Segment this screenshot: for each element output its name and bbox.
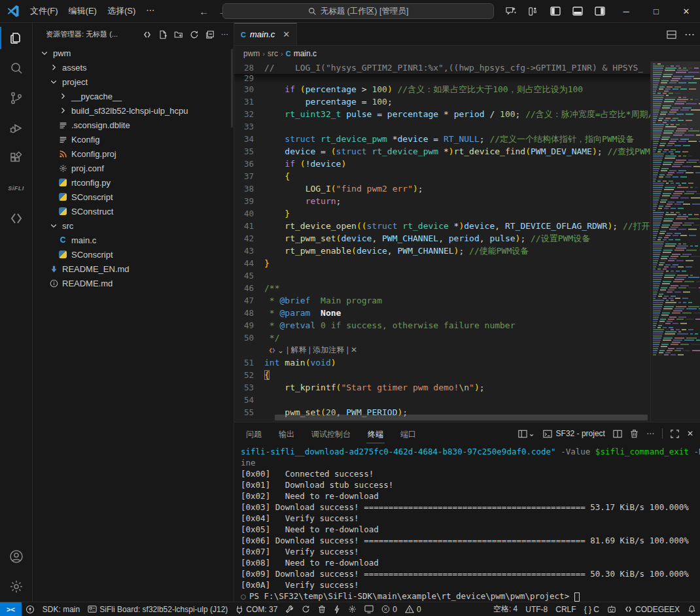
panel-tab-端口[interactable]: 端口 (399, 426, 417, 443)
code-editor[interactable]: 28// LOG_I("hysys_GPTIM2_PINR1:%x",((hwp… (234, 61, 700, 422)
nav-back-icon[interactable]: ← (199, 6, 209, 17)
breadcrumb[interactable]: pwm› src› C main.c (234, 46, 700, 61)
sifli-extension-icon[interactable]: SiFLI (0, 173, 33, 203)
status-cloud-icon[interactable] (22, 602, 39, 616)
status-sync-icon[interactable] (298, 602, 314, 616)
breadcrumb-pwm[interactable]: pwm (243, 49, 260, 58)
split-editor-icon[interactable] (667, 30, 676, 39)
customize-layout-icon[interactable] (523, 3, 543, 20)
status-utf-8[interactable]: UTF-8 (521, 602, 551, 616)
menu-编辑(E)[interactable]: 编辑(E) (63, 3, 102, 19)
tree-item-rtconfig.py[interactable]: rtconfig.py (33, 175, 234, 190)
status-trash-icon[interactable] (314, 602, 330, 616)
horizontal-scrollbar[interactable] (275, 415, 648, 420)
code-line-53: 53 rt_kprintf("Start gtimer pwm demo!\n"… (234, 381, 650, 394)
tree-item-__pycache__[interactable]: __pycache__ (33, 89, 234, 103)
tree-item-README.md[interactable]: README.md (33, 276, 234, 290)
status-crlf[interactable]: CRLF (551, 602, 580, 616)
tree-item-.sconsign.dblite[interactable]: .sconsign.dblite (33, 118, 234, 132)
refresh-icon[interactable] (190, 30, 199, 39)
status-wrench-icon[interactable] (281, 602, 298, 616)
tree-item-SConscript[interactable]: SConscript (33, 190, 234, 204)
tree-item-Kconfig[interactable]: Kconfig (33, 132, 234, 146)
minimap[interactable] (650, 61, 700, 422)
panel-tab-输出[interactable]: 输出 (277, 426, 296, 443)
sidebar-scrollbar[interactable] (231, 49, 233, 128)
account-icon[interactable] (0, 541, 33, 572)
collapse-folders-icon[interactable] (205, 30, 215, 39)
status-sifliboardsf32lb52-lchspi-ulp(j12)[interactable]: SiFli Board: sf32lb52-lchspi-ulp (J12) (84, 602, 232, 616)
run-debug-icon[interactable] (0, 113, 33, 143)
explorer-icon[interactable] (0, 23, 33, 53)
tab-close-icon[interactable]: ✕ (283, 29, 290, 39)
tree-item-pwm[interactable]: pwm (33, 46, 234, 60)
status-0[interactable]: 0 (401, 602, 425, 616)
new-folder-icon[interactable] (174, 30, 183, 39)
command-decoration-icon[interactable] (241, 594, 246, 600)
status-空格4[interactable]: 空格: 4 (489, 602, 521, 616)
status-gear-icon[interactable] (344, 602, 360, 616)
maximize-panel-icon[interactable] (671, 430, 679, 438)
tree-item-build_sf32lb52-lchspi-ulp_hcpu[interactable]: build_sf32lb52-lchspi-ulp_hcpu (33, 103, 234, 118)
tree-item-Kconfig.proj[interactable]: Kconfig.proj (33, 146, 234, 161)
tree-item-project[interactable]: project (33, 75, 234, 89)
tree-item-main.c[interactable]: Cmain.c (33, 233, 234, 247)
status-com37[interactable]: COM: 37 (232, 602, 281, 616)
settings-gear-icon[interactable] (0, 572, 33, 602)
status-codegeex[interactable]: CODEGEEX (620, 602, 684, 616)
menu-选择(S)[interactable]: 选择(S) (102, 3, 141, 19)
status-monitor-icon[interactable] (360, 602, 377, 616)
status-bell-icon[interactable] (684, 602, 700, 616)
close-button[interactable]: ✕ (673, 0, 700, 22)
launch-profile-icon[interactable]: ⌄ (518, 429, 535, 438)
extensions-icon[interactable] (0, 143, 33, 173)
widget-chevron-icon[interactable]: ⌄ (277, 346, 284, 355)
status-0[interactable]: 0 (377, 602, 401, 616)
source-control-icon[interactable] (0, 83, 33, 113)
status-c[interactable]: { } C (580, 602, 603, 616)
split-terminal-icon[interactable] (613, 430, 622, 438)
board-icon (88, 605, 97, 613)
search-icon[interactable] (0, 53, 33, 83)
breadcrumb-file[interactable]: main.c (294, 49, 317, 58)
tree-item-src[interactable]: src (33, 218, 234, 233)
maximize-button[interactable]: □ (642, 0, 670, 22)
code-line-33: 33 (234, 120, 650, 133)
trash-icon (318, 605, 326, 613)
new-file-icon[interactable] (158, 30, 167, 39)
more-actions-icon[interactable]: ⋯ (221, 30, 228, 39)
tree-item-assets[interactable]: assets (33, 60, 234, 75)
toggle-secondary-sidebar-icon[interactable] (590, 3, 610, 20)
codegeex-icon[interactable] (0, 203, 33, 233)
status-robot-icon[interactable] (603, 602, 620, 616)
toggle-panel-icon[interactable] (568, 3, 587, 20)
editor-more-actions-icon[interactable]: ⋯ (684, 28, 695, 41)
panel-tab-调试控制台[interactable]: 调试控制台 (310, 426, 352, 443)
codegeex-inline-widget[interactable]: ⌄| 解释 | 添加注释 | ✕ (234, 344, 650, 356)
tree-item-SConscript[interactable]: SConscript (33, 247, 234, 262)
breadcrumb-src[interactable]: src (268, 49, 278, 58)
panel-more-actions-icon[interactable]: ⋯ (646, 429, 654, 438)
menu-⋯[interactable]: ⋯ (141, 3, 160, 19)
panel-tab-终端[interactable]: 终端 (366, 426, 385, 443)
status-zap-icon[interactable] (330, 602, 344, 616)
toggle-sidebar-icon[interactable] (546, 3, 565, 20)
tree-item-README_EN.md[interactable]: README_EN.md (33, 262, 234, 276)
minimize-button[interactable]: ─ (612, 0, 640, 22)
c-file-icon: C (241, 31, 246, 39)
widget-actions[interactable]: | 解释 | 添加注释 | ✕ (287, 345, 357, 356)
tree-item-SConstruct[interactable]: SConstruct (33, 204, 234, 218)
status-sdkmain[interactable]: SDK: main (39, 602, 84, 616)
tab-main-c[interactable]: C main.c ✕ (234, 23, 297, 45)
command-center[interactable]: 无标题 (工作区) [管理员] (222, 3, 494, 19)
menu-文件(F)[interactable]: 文件(F) (25, 3, 63, 19)
terminal-instance-selector[interactable]: SF32 - project (543, 429, 605, 438)
kill-terminal-icon[interactable] (630, 429, 639, 438)
terminal[interactable]: sifli-sifli__download-ad275fc0-462d-4684… (234, 445, 700, 602)
tree-item-proj.conf[interactable]: proj.conf (33, 161, 234, 175)
close-panel-icon[interactable]: ✕ (687, 429, 693, 438)
copilot-chat-icon[interactable] (501, 3, 521, 20)
codegeex-action-icon[interactable] (143, 30, 152, 39)
panel-tab-问题[interactable]: 问题 (245, 426, 263, 443)
remote-indicator[interactable]: >< (0, 602, 22, 616)
